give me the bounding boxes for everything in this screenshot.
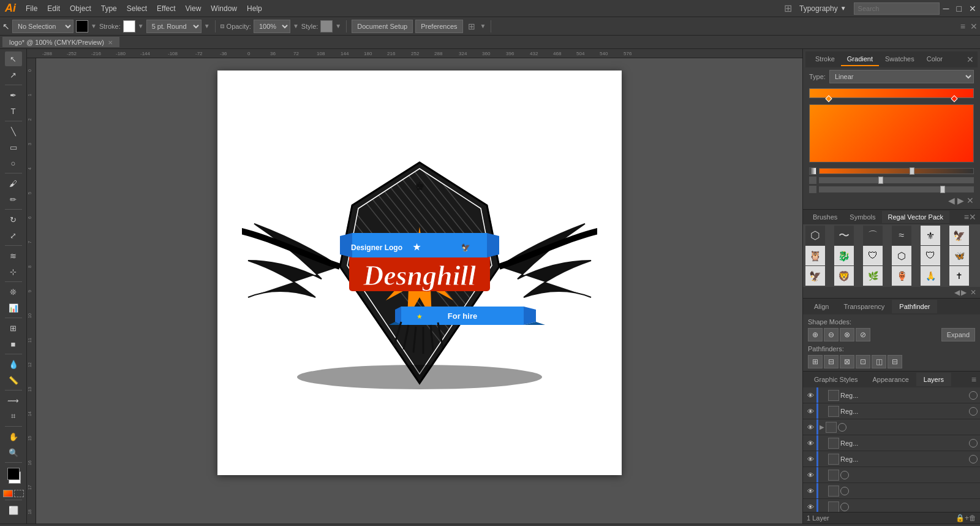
rectangle-tool-btn[interactable]: ▭ bbox=[5, 140, 22, 154]
symbol-spray-btn[interactable]: ❊ bbox=[5, 284, 22, 299]
close-extras-icon[interactable]: ✕ bbox=[968, 21, 978, 31]
brush-cell-7[interactable]: 🦉 bbox=[805, 246, 825, 265]
layer-item-7[interactable]: 👁 bbox=[803, 499, 980, 512]
arrange-view-icon[interactable]: ⊞ bbox=[466, 21, 478, 31]
layer-item-4[interactable]: 👁 Reg... bbox=[803, 451, 980, 467]
gradient-preview-bar[interactable] bbox=[809, 88, 974, 98]
layer-item-5[interactable]: 👁 bbox=[803, 467, 980, 483]
type-tool-btn[interactable]: T bbox=[5, 104, 22, 118]
layer-item-1[interactable]: 👁 Reg... bbox=[803, 403, 980, 419]
tab-appearance[interactable]: Appearance bbox=[865, 373, 916, 386]
document-tab[interactable]: logo* @ 100% (CMYK/Preview) ✕ bbox=[2, 37, 119, 47]
free-transform-btn[interactable]: ⊹ bbox=[5, 264, 22, 279]
menu-file[interactable]: File bbox=[21, 2, 42, 15]
layer-target-5[interactable] bbox=[840, 471, 849, 479]
document-setup-button[interactable]: Document Setup bbox=[352, 20, 413, 33]
gradient-delete-btn[interactable]: ✕ bbox=[967, 196, 974, 205]
brush-cell-2[interactable]: 〜 bbox=[834, 226, 854, 245]
brushes-back-icon[interactable]: ◀ bbox=[954, 288, 960, 297]
layer-target-0[interactable] bbox=[969, 391, 978, 400]
ellipse-tool-btn[interactable]: ○ bbox=[5, 156, 22, 170]
tab-transparency[interactable]: Transparency bbox=[836, 300, 892, 313]
layer-target-2[interactable] bbox=[838, 423, 846, 432]
tab-gradient[interactable]: Gradient bbox=[841, 53, 879, 66]
minus-back-btn[interactable]: ⊟ bbox=[888, 355, 902, 368]
brush-cell-10[interactable]: ⬡ bbox=[892, 246, 911, 265]
hand-tool-btn[interactable]: ✋ bbox=[5, 429, 22, 444]
none-swatch[interactable] bbox=[14, 490, 24, 497]
layers-menu-btn[interactable]: ≡ bbox=[971, 375, 976, 384]
direct-selection-btn[interactable]: ↗ bbox=[5, 67, 22, 82]
stroke-width-dropdown[interactable]: 5 pt. Round bbox=[146, 20, 202, 33]
layer-item-0[interactable]: 👁 Reg... bbox=[803, 387, 980, 403]
panel-options-icon[interactable]: ≡ bbox=[960, 21, 965, 31]
menu-view[interactable]: View bbox=[181, 2, 206, 15]
opacity-dropdown[interactable]: 100% bbox=[254, 20, 290, 33]
brush-cell-6[interactable]: 🦅 bbox=[949, 226, 969, 245]
gradient-slider-1[interactable] bbox=[819, 168, 974, 174]
mesh-tool-btn[interactable]: ⊞ bbox=[5, 321, 22, 335]
menu-edit[interactable]: Edit bbox=[42, 2, 65, 15]
selection-dropdown[interactable]: No Selection bbox=[12, 20, 74, 33]
scale-tool-btn[interactable]: ⤢ bbox=[5, 228, 22, 243]
gradient-type-select[interactable]: Linear Radial bbox=[829, 70, 974, 83]
eyedropper-btn[interactable]: 💧 bbox=[5, 357, 22, 372]
layer-target-3[interactable] bbox=[969, 439, 978, 448]
trim-btn[interactable]: ⊟ bbox=[824, 355, 839, 368]
gradient-stop-right[interactable] bbox=[951, 95, 958, 102]
paintbrush-tool-btn[interactable]: 🖌 bbox=[5, 176, 22, 191]
layer-target-6[interactable] bbox=[840, 487, 849, 495]
blend-tool-btn[interactable]: ⟿ bbox=[5, 393, 22, 408]
brush-cell-4[interactable]: ≈ bbox=[892, 226, 911, 245]
layer-expand-2[interactable]: ▶ bbox=[820, 424, 824, 430]
gradient-tool-btn[interactable]: ■ bbox=[5, 337, 22, 351]
brushes-panel-close[interactable]: ✕ bbox=[969, 212, 976, 222]
layer-visibility-2[interactable]: 👁 bbox=[805, 422, 815, 432]
layer-visibility-4[interactable]: 👁 bbox=[805, 454, 815, 464]
tab-pathfinder[interactable]: Pathfinder bbox=[892, 300, 937, 313]
close-btn[interactable]: ✕ bbox=[965, 4, 980, 13]
brush-cell-5[interactable]: ⚜ bbox=[921, 226, 940, 245]
tab-symbols[interactable]: Symbols bbox=[843, 211, 881, 223]
workspace-selector[interactable]: Typography ▼ bbox=[794, 4, 854, 13]
layer-visibility-1[interactable]: 👁 bbox=[805, 406, 815, 416]
change-screen-mode-btn[interactable]: ⬜ bbox=[5, 503, 22, 517]
brush-cell-11[interactable]: 🛡 bbox=[921, 246, 940, 265]
gradient-panel-close[interactable]: ✕ bbox=[967, 55, 974, 64]
tab-regal-vector[interactable]: Regal Vector Pack bbox=[882, 211, 950, 223]
slider-thumb-1[interactable] bbox=[910, 167, 914, 175]
layer-target-7[interactable] bbox=[840, 503, 849, 511]
foreground-color-swatch[interactable] bbox=[7, 468, 20, 480]
unite-btn[interactable]: ⊕ bbox=[808, 328, 823, 341]
menu-window[interactable]: Window bbox=[206, 2, 242, 15]
layer-visibility-0[interactable]: 👁 bbox=[805, 391, 815, 400]
exclude-btn[interactable]: ⊘ bbox=[856, 328, 870, 341]
brush-left-icon[interactable]: ◀ bbox=[948, 196, 955, 205]
divide-btn[interactable]: ⊞ bbox=[808, 355, 823, 368]
pen-tool-btn[interactable]: ✒ bbox=[5, 88, 22, 102]
minus-front-btn[interactable]: ⊖ bbox=[824, 328, 839, 341]
brush-cell-18[interactable]: ✝ bbox=[949, 266, 969, 286]
tab-stroke[interactable]: Stroke bbox=[809, 53, 841, 66]
tab-swatches[interactable]: Swatches bbox=[879, 53, 921, 66]
menu-object[interactable]: Object bbox=[65, 2, 96, 15]
layer-target-4[interactable] bbox=[969, 455, 978, 463]
layer-visibility-3[interactable]: 👁 bbox=[805, 438, 815, 448]
brush-cell-14[interactable]: 🦁 bbox=[834, 266, 854, 286]
selection-tool-btn[interactable]: ↖ bbox=[5, 51, 22, 66]
brush-cell-8[interactable]: 🐉 bbox=[834, 246, 854, 265]
style-swatch[interactable] bbox=[320, 20, 333, 32]
tab-align[interactable]: Align bbox=[807, 300, 836, 313]
layer-visibility-6[interactable]: 👁 bbox=[805, 486, 815, 496]
layer-visibility-7[interactable]: 👁 bbox=[805, 502, 815, 512]
tab-color[interactable]: Color bbox=[921, 53, 949, 66]
graph-tool-btn[interactable]: 📊 bbox=[5, 300, 22, 315]
slider-thumb-3[interactable] bbox=[940, 186, 945, 193]
brushes-close-icon[interactable]: ✕ bbox=[970, 288, 976, 297]
layer-item-3[interactable]: 👁 Reg... bbox=[803, 435, 980, 451]
warp-tool-btn[interactable]: ≋ bbox=[5, 248, 22, 263]
measure-tool-btn[interactable]: 📏 bbox=[5, 373, 22, 387]
document-tab-close-btn[interactable]: ✕ bbox=[108, 39, 113, 46]
brush-cell-3[interactable]: ⌒ bbox=[863, 226, 883, 245]
maximize-btn[interactable]: □ bbox=[953, 4, 965, 13]
